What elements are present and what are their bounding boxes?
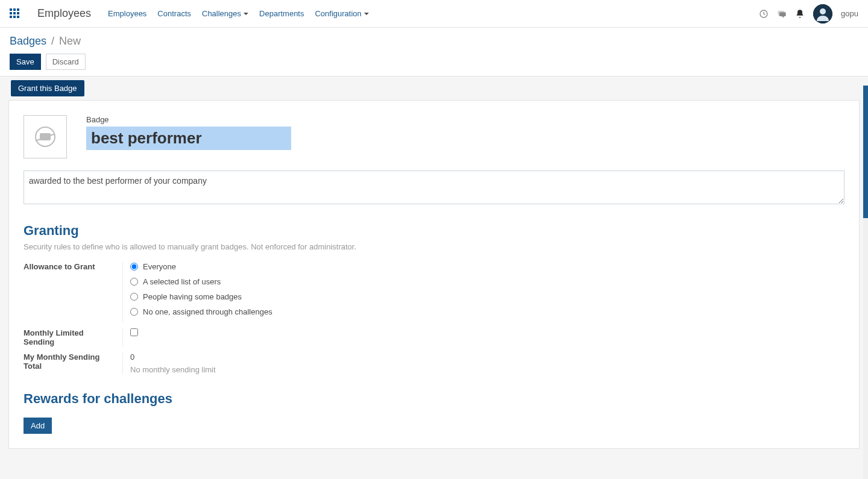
radio-selected-input[interactable] [130,278,138,286]
top-navbar: Employees Employees Contracts Challenges… [0,0,868,28]
radio-everyone-label: Everyone [143,262,176,271]
nav-configuration[interactable]: Configuration [315,9,368,18]
description-textarea[interactable] [24,171,844,204]
monthly-limited-label: Monthly Limited Sending [24,328,84,346]
radio-everyone-input[interactable] [130,263,138,271]
nav-employees[interactable]: Employees [108,9,146,18]
nav-departments[interactable]: Departments [259,9,304,18]
bell-icon[interactable] [795,9,805,19]
breadcrumb-separator: / [51,35,54,48]
scrollbar[interactable] [863,86,868,457]
header-row: Badge [24,115,844,158]
monthly-limited-checkbox[interactable] [130,328,138,336]
messages-icon[interactable] [777,9,787,19]
scrollbar-thumb[interactable] [863,86,868,218]
statusbar: Grant this Badge [0,77,868,100]
form-row-allowance: Allowance to Grant Everyone A selected l… [24,262,844,322]
radio-selected[interactable]: A selected list of users [130,277,303,286]
badge-name-input[interactable] [86,127,291,150]
form-row-monthly-limited: Monthly Limited Sending [24,328,844,346]
activity-icon[interactable] [759,9,769,19]
radio-noone[interactable]: No one, assigned through challenges [130,307,303,316]
app-title: Employees [37,7,91,20]
monthly-total-hint: No monthly sending limit [130,365,303,374]
camera-placeholder-icon [35,127,55,147]
form-sheet: Badge Granting Security rules to define … [8,100,860,449]
nav-challenges[interactable]: Challenges [202,9,248,18]
monthly-total-value: 0 [130,352,303,362]
avatar[interactable] [813,4,832,23]
content-wrap: Grant this Badge Badge Granting Security… [0,77,868,449]
breadcrumb-root[interactable]: Badges [10,35,46,48]
form-row-monthly-total: My Monthly Sending Total 0 No monthly se… [24,352,844,374]
radio-noone-input[interactable] [130,308,138,316]
svg-point-2 [820,8,826,14]
radio-badges-label: People having some badges [143,292,242,301]
nav-contracts[interactable]: Contracts [157,9,191,18]
add-reward-button[interactable]: Add [24,418,52,434]
radio-badges[interactable]: People having some badges [130,292,303,301]
control-buttons: Save Discard [10,54,858,70]
radio-selected-label: A selected list of users [143,277,221,286]
monthly-total-label: My Monthly Sending Total [24,352,99,371]
apps-grid-icon[interactable] [10,8,20,19]
badge-name-label: Badge [86,115,844,124]
nav-menu: Employees Contracts Challenges Departmen… [108,9,369,18]
rewards-title: Rewards for challenges [24,391,844,407]
grant-badge-button[interactable]: Grant this Badge [11,80,84,96]
nav-systray: gopu [759,4,858,23]
granting-subtitle: Security rules to define who is allowed … [24,242,844,251]
caret-down-icon [364,13,369,15]
image-field[interactable] [24,115,67,158]
control-panel: Badges / New Save Discard [0,28,868,77]
caret-down-icon [244,13,248,15]
granting-title: Granting [24,223,844,239]
radio-badges-input[interactable] [130,293,138,301]
radio-everyone[interactable]: Everyone [130,262,303,271]
radio-noone-label: No one, assigned through challenges [143,307,272,316]
username[interactable]: gopu [841,9,858,18]
breadcrumb-current: New [59,35,81,48]
save-button[interactable]: Save [10,54,41,70]
discard-button[interactable]: Discard [46,54,86,70]
allowance-label: Allowance to Grant [24,262,95,271]
breadcrumb: Badges / New [10,35,858,48]
